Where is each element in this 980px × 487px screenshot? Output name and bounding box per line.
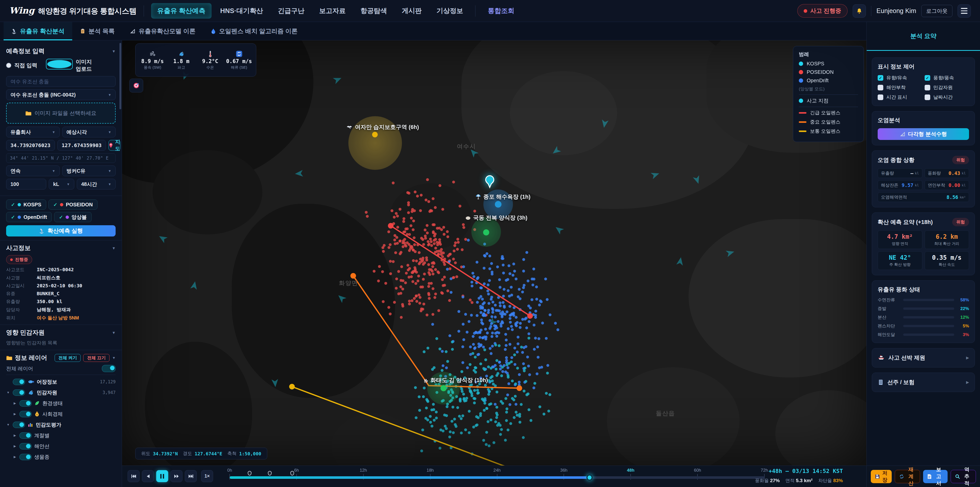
- expand-icon[interactable]: ▼: [6, 391, 10, 394]
- tab-1[interactable]: 분석 목록: [72, 22, 123, 40]
- nav-item-5[interactable]: 게시판: [396, 3, 428, 19]
- layer-toggle[interactable]: [13, 390, 25, 396]
- vessel-spec-card[interactable]: 사고 선박 제원 ▶: [872, 348, 975, 367]
- incident-status-badge[interactable]: 사고 진행중: [797, 4, 848, 18]
- expand-icon[interactable]: ▶: [13, 412, 17, 416]
- display-check-해안부착[interactable]: 해안부착: [878, 84, 922, 91]
- left-scrollbar[interactable]: [119, 43, 121, 109]
- menu-button[interactable]: [958, 4, 971, 18]
- layer-toggle[interactable]: [13, 379, 25, 385]
- fence-deploy-marker[interactable]: [290, 471, 294, 476]
- map-marker-label[interactable]: 종포 해수욕장 (1h): [476, 193, 531, 201]
- time-tick-48h[interactable]: 48h: [627, 468, 635, 473]
- map-canvas-area[interactable]: 여수시화양면돌산읍여자만 습지보호구역 (6h)종포 해수욕장 (1h)국동 전…: [122, 40, 866, 466]
- display-check-날짜시간[interactable]: 날짜시간: [924, 94, 969, 101]
- pause-button[interactable]: [156, 470, 168, 482]
- time-tick-36h[interactable]: 36h: [560, 468, 567, 473]
- master-layer-toggle[interactable]: [102, 365, 116, 372]
- longitude-input[interactable]: 127.674359903: [57, 140, 106, 151]
- logout-button[interactable]: 로그아웃: [921, 5, 953, 17]
- display-check-시간 표시[interactable]: 시간 표시: [878, 94, 922, 101]
- section-incident-info[interactable]: 사고정보 ▼: [6, 244, 116, 252]
- model-chip-KOSPS[interactable]: ✓KOSPS: [6, 200, 46, 210]
- skip-end-button[interactable]: [185, 470, 197, 482]
- layers-all-off-button[interactable]: 전체 끄기: [83, 354, 110, 362]
- oil-type-select[interactable]: 벙커C유▼: [62, 166, 116, 176]
- nav-item-3[interactable]: 보고자료: [313, 3, 352, 19]
- step-back-button[interactable]: [142, 470, 154, 482]
- time-tick-6h[interactable]: 6h: [294, 468, 299, 473]
- expand-icon[interactable]: ▼: [6, 423, 10, 426]
- notifications-button[interactable]: [853, 4, 866, 18]
- incident-name-input[interactable]: 여수 유조선 충돌: [6, 76, 116, 87]
- recenter-button[interactable]: [129, 79, 143, 93]
- section-predict-input[interactable]: 예측정보 입력 ▼: [6, 47, 116, 55]
- latitude-input[interactable]: 34.7392076023: [6, 140, 55, 151]
- model-chip-OpenDrift[interactable]: ✓OpenDrift: [6, 212, 52, 222]
- nav-item-4[interactable]: 항공탐색: [354, 3, 393, 19]
- company-select[interactable]: 유출회사▼: [6, 127, 60, 137]
- expected-time-select[interactable]: 예상시각▼: [62, 127, 116, 137]
- layer-toggle[interactable]: [19, 411, 32, 417]
- layer-toggle[interactable]: [19, 432, 32, 439]
- model-chip-POSEIDON[interactable]: ✓POSEIDON: [48, 200, 98, 210]
- map-marker-label[interactable]: 국동 전복 양식장 (3h): [465, 214, 528, 222]
- nav-item-0[interactable]: 유출유 확산예측: [151, 3, 212, 19]
- nav-item-2[interactable]: 긴급구난: [272, 3, 310, 19]
- map-marker-label[interactable]: 여자만 습지보호구역 (6h): [347, 123, 419, 131]
- 보고서-button[interactable]: 보고서: [923, 470, 948, 483]
- display-check-유향/유속[interactable]: ✓유향/유속: [878, 75, 922, 81]
- radio-direct-input[interactable]: 직접 입력: [6, 62, 37, 69]
- layers-all-on-button[interactable]: 전체 켜기: [55, 354, 81, 362]
- unit-select[interactable]: kL▼: [49, 179, 74, 190]
- tab-0[interactable]: 유출유 확산분석: [3, 22, 72, 40]
- time-tick-12h[interactable]: 12h: [360, 468, 367, 473]
- layer-toggle[interactable]: [13, 422, 25, 428]
- image-dropzone[interactable]: 이미지 파일을 선택하세요: [6, 103, 116, 124]
- fence-deploy-marker[interactable]: [268, 471, 272, 476]
- nav-item-7[interactable]: 통합조회: [482, 3, 520, 19]
- incident-pin[interactable]: [485, 175, 495, 188]
- incident-select[interactable]: 여수 유조선 충돌 (INC-0042) ▼: [6, 89, 116, 100]
- sensitive-area-dot[interactable]: [441, 385, 447, 391]
- time-tick-18h[interactable]: 18h: [426, 468, 434, 473]
- expand-icon[interactable]: ▶: [13, 401, 17, 405]
- time-ruler[interactable]: 0h6h12h18h24h36h48h60h72h: [230, 466, 764, 487]
- run-prediction-button[interactable]: 확산예측 실행: [6, 225, 116, 236]
- pick-on-map-button[interactable]: 지도: [108, 140, 121, 151]
- nav-item-6[interactable]: 기상정보: [430, 3, 469, 19]
- layer-toggle[interactable]: [19, 400, 32, 407]
- radio-image-upload[interactable]: 이미지 업로드: [46, 58, 92, 72]
- 재계산-button[interactable]: 재계산: [895, 470, 920, 483]
- model-chip-앙상블[interactable]: ✓앙상블: [54, 212, 92, 222]
- display-check-풍향/풍속[interactable]: ✓풍향/풍속: [924, 75, 969, 81]
- fast-forward-button[interactable]: [170, 470, 183, 482]
- expand-icon[interactable]: ▶: [13, 444, 17, 448]
- playback-speed-button[interactable]: 1×: [201, 470, 213, 482]
- time-tick-0h[interactable]: 0h: [228, 468, 232, 473]
- owner-insurance-card[interactable]: 선주 / 보험 ▶: [872, 373, 975, 392]
- map-marker-label[interactable]: 화태도 김 양식장 (10h): [423, 377, 488, 384]
- skip-start-button[interactable]: [127, 470, 140, 482]
- amount-input[interactable]: 100: [6, 179, 46, 190]
- expand-icon[interactable]: ▶: [13, 455, 17, 459]
- display-check-민감자원[interactable]: 민감자원: [924, 84, 969, 91]
- 역추적-button[interactable]: 역추적: [951, 470, 976, 483]
- polygon-analysis-button[interactable]: 다각형 분석수행: [878, 128, 969, 140]
- spill-mode-select[interactable]: 연속▼: [6, 166, 60, 176]
- layer-toggle[interactable]: [19, 454, 32, 460]
- layer-toggle[interactable]: [19, 443, 32, 449]
- time-tick-24h[interactable]: 24h: [493, 468, 501, 473]
- timeline-playhead[interactable]: [587, 474, 593, 481]
- sensitive-area-dot[interactable]: [495, 201, 501, 208]
- 저장-button[interactable]: 저장: [871, 470, 892, 483]
- time-tick-72h[interactable]: 72h: [761, 468, 768, 473]
- tab-2[interactable]: 유출유확산모델 이론: [122, 22, 203, 40]
- nav-item-1[interactable]: HNS·대기확산: [214, 3, 269, 19]
- time-tick-60h[interactable]: 60h: [694, 468, 701, 473]
- duration-select[interactable]: 48시간▼: [77, 179, 116, 190]
- fence-deploy-marker[interactable]: [248, 471, 251, 476]
- section-sensitive-resources[interactable]: 영향 민감자원 ▼: [6, 329, 116, 337]
- tab-3[interactable]: 오일펜스 배치 알고리즘 이론: [203, 22, 305, 40]
- sensitive-area-dot[interactable]: [483, 229, 489, 235]
